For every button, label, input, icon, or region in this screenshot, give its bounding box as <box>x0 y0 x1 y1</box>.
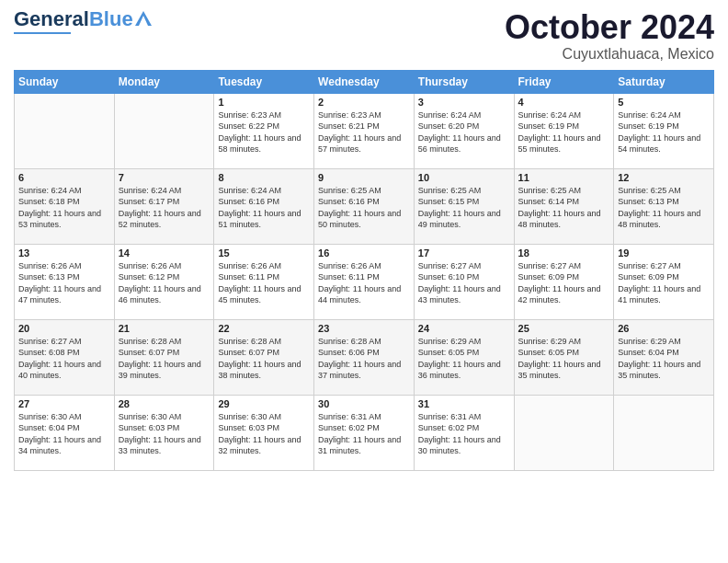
calendar-cell: 6 Sunrise: 6:24 AMSunset: 6:18 PMDayligh… <box>15 168 115 244</box>
location: Cuyuxtlahuaca, Mexico <box>505 46 714 63</box>
day-number: 18 <box>518 247 610 259</box>
calendar-cell <box>15 93 115 168</box>
calendar-cell <box>514 395 614 470</box>
calendar-cell: 22 Sunrise: 6:28 AMSunset: 6:07 PMDaylig… <box>214 319 314 395</box>
logo-text: GeneralBlue <box>14 9 133 29</box>
cell-info: Sunrise: 6:29 AMSunset: 6:05 PMDaylight:… <box>418 337 501 381</box>
day-number: 28 <box>119 398 210 409</box>
calendar-cell: 2 Sunrise: 6:23 AMSunset: 6:21 PMDayligh… <box>314 93 415 168</box>
calendar-cell: 29 Sunrise: 6:30 AMSunset: 6:03 PMDaylig… <box>214 395 314 470</box>
cell-info: Sunrise: 6:26 AMSunset: 6:11 PMDaylight:… <box>218 261 301 305</box>
cell-info: Sunrise: 6:25 AMSunset: 6:15 PMDaylight:… <box>418 186 501 230</box>
calendar-cell: 26 Sunrise: 6:29 AMSunset: 6:04 PMDaylig… <box>614 319 714 395</box>
cell-info: Sunrise: 6:24 AMSunset: 6:18 PMDaylight:… <box>18 186 101 230</box>
day-number: 20 <box>18 323 110 334</box>
cell-info: Sunrise: 6:31 AMSunset: 6:02 PMDaylight:… <box>418 412 501 456</box>
month-title: October 2024 <box>505 9 714 46</box>
day-number: 6 <box>18 172 110 183</box>
cell-info: Sunrise: 6:30 AMSunset: 6:03 PMDaylight:… <box>119 412 201 456</box>
calendar-cell: 24 Sunrise: 6:29 AMSunset: 6:05 PMDaylig… <box>414 319 514 395</box>
calendar-cell: 21 Sunrise: 6:28 AMSunset: 6:07 PMDaylig… <box>114 319 214 395</box>
col-friday: Friday <box>514 70 614 93</box>
calendar-cell: 17 Sunrise: 6:27 AMSunset: 6:10 PMDaylig… <box>414 244 514 319</box>
cell-info: Sunrise: 6:23 AMSunset: 6:21 PMDaylight:… <box>318 110 401 155</box>
cell-info: Sunrise: 6:28 AMSunset: 6:07 PMDaylight:… <box>218 337 301 381</box>
main-container: GeneralBlue October 2024 Cuyuxtlahuaca, … <box>0 0 728 480</box>
cell-info: Sunrise: 6:31 AMSunset: 6:02 PMDaylight:… <box>318 412 401 456</box>
cell-info: Sunrise: 6:28 AMSunset: 6:07 PMDaylight:… <box>119 337 201 381</box>
cell-info: Sunrise: 6:30 AMSunset: 6:04 PMDaylight:… <box>18 412 101 456</box>
day-number: 5 <box>618 97 710 108</box>
calendar-cell: 10 Sunrise: 6:25 AMSunset: 6:15 PMDaylig… <box>414 168 514 244</box>
day-number: 29 <box>218 398 310 409</box>
cell-info: Sunrise: 6:25 AMSunset: 6:16 PMDaylight:… <box>318 186 401 230</box>
calendar-cell: 18 Sunrise: 6:27 AMSunset: 6:09 PMDaylig… <box>514 244 614 319</box>
day-number: 9 <box>318 172 410 183</box>
cell-info: Sunrise: 6:26 AMSunset: 6:13 PMDaylight:… <box>18 261 101 305</box>
col-sunday: Sunday <box>15 70 115 93</box>
calendar-week-5: 27 Sunrise: 6:30 AMSunset: 6:04 PMDaylig… <box>15 395 714 470</box>
cell-info: Sunrise: 6:27 AMSunset: 6:08 PMDaylight:… <box>18 337 101 381</box>
header-row: Sunday Monday Tuesday Wednesday Thursday… <box>15 70 714 93</box>
cell-info: Sunrise: 6:24 AMSunset: 6:16 PMDaylight:… <box>218 186 301 230</box>
calendar-cell: 19 Sunrise: 6:27 AMSunset: 6:09 PMDaylig… <box>614 244 714 319</box>
cell-info: Sunrise: 6:27 AMSunset: 6:10 PMDaylight:… <box>418 261 501 305</box>
cell-info: Sunrise: 6:25 AMSunset: 6:14 PMDaylight:… <box>518 186 601 230</box>
calendar-cell: 5 Sunrise: 6:24 AMSunset: 6:19 PMDayligh… <box>614 93 714 168</box>
calendar-week-4: 20 Sunrise: 6:27 AMSunset: 6:08 PMDaylig… <box>15 319 714 395</box>
day-number: 22 <box>218 323 310 334</box>
day-number: 12 <box>618 172 710 183</box>
day-number: 31 <box>418 398 510 409</box>
day-number: 10 <box>418 172 510 183</box>
day-number: 24 <box>418 323 510 334</box>
day-number: 7 <box>119 172 210 183</box>
calendar-week-1: 1 Sunrise: 6:23 AMSunset: 6:22 PMDayligh… <box>15 93 714 168</box>
day-number: 23 <box>318 323 410 334</box>
day-number: 16 <box>318 247 410 259</box>
calendar-cell: 14 Sunrise: 6:26 AMSunset: 6:12 PMDaylig… <box>114 244 214 319</box>
day-number: 15 <box>218 247 310 259</box>
cell-info: Sunrise: 6:27 AMSunset: 6:09 PMDaylight:… <box>518 261 601 305</box>
cell-info: Sunrise: 6:26 AMSunset: 6:12 PMDaylight:… <box>119 261 201 305</box>
col-monday: Monday <box>114 70 214 93</box>
cell-info: Sunrise: 6:30 AMSunset: 6:03 PMDaylight:… <box>218 412 301 456</box>
cell-info: Sunrise: 6:26 AMSunset: 6:11 PMDaylight:… <box>318 261 401 305</box>
calendar-cell <box>114 93 214 168</box>
calendar-cell <box>614 395 714 470</box>
day-number: 26 <box>618 323 710 334</box>
cell-info: Sunrise: 6:25 AMSunset: 6:13 PMDaylight:… <box>618 186 700 230</box>
day-number: 4 <box>518 97 610 108</box>
calendar-cell: 8 Sunrise: 6:24 AMSunset: 6:16 PMDayligh… <box>214 168 314 244</box>
col-thursday: Thursday <box>414 70 514 93</box>
cell-info: Sunrise: 6:23 AMSunset: 6:22 PMDaylight:… <box>218 110 301 155</box>
calendar-cell: 16 Sunrise: 6:26 AMSunset: 6:11 PMDaylig… <box>314 244 415 319</box>
calendar-cell: 30 Sunrise: 6:31 AMSunset: 6:02 PMDaylig… <box>314 395 415 470</box>
calendar-week-3: 13 Sunrise: 6:26 AMSunset: 6:13 PMDaylig… <box>15 244 714 319</box>
col-wednesday: Wednesday <box>314 70 415 93</box>
calendar-cell: 25 Sunrise: 6:29 AMSunset: 6:05 PMDaylig… <box>514 319 614 395</box>
cell-info: Sunrise: 6:29 AMSunset: 6:05 PMDaylight:… <box>518 337 601 381</box>
cell-info: Sunrise: 6:29 AMSunset: 6:04 PMDaylight:… <box>618 337 700 381</box>
day-number: 2 <box>318 97 410 108</box>
day-number: 17 <box>418 247 510 259</box>
calendar-week-2: 6 Sunrise: 6:24 AMSunset: 6:18 PMDayligh… <box>15 168 714 244</box>
day-number: 8 <box>218 172 310 183</box>
calendar-cell: 7 Sunrise: 6:24 AMSunset: 6:17 PMDayligh… <box>114 168 214 244</box>
day-number: 14 <box>119 247 210 259</box>
calendar-cell: 11 Sunrise: 6:25 AMSunset: 6:14 PMDaylig… <box>514 168 614 244</box>
col-saturday: Saturday <box>614 70 714 93</box>
day-number: 1 <box>218 97 310 108</box>
calendar-cell: 15 Sunrise: 6:26 AMSunset: 6:11 PMDaylig… <box>214 244 314 319</box>
day-number: 11 <box>518 172 610 183</box>
cell-info: Sunrise: 6:24 AMSunset: 6:17 PMDaylight:… <box>119 186 201 230</box>
cell-info: Sunrise: 6:28 AMSunset: 6:06 PMDaylight:… <box>318 337 401 381</box>
cell-info: Sunrise: 6:27 AMSunset: 6:09 PMDaylight:… <box>618 261 700 305</box>
calendar-cell: 1 Sunrise: 6:23 AMSunset: 6:22 PMDayligh… <box>214 93 314 168</box>
title-block: October 2024 Cuyuxtlahuaca, Mexico <box>505 9 714 63</box>
calendar-cell: 9 Sunrise: 6:25 AMSunset: 6:16 PMDayligh… <box>314 168 415 244</box>
calendar-cell: 12 Sunrise: 6:25 AMSunset: 6:13 PMDaylig… <box>614 168 714 244</box>
day-number: 13 <box>18 247 110 259</box>
cell-info: Sunrise: 6:24 AMSunset: 6:19 PMDaylight:… <box>518 110 601 155</box>
calendar-table: Sunday Monday Tuesday Wednesday Thursday… <box>14 70 714 471</box>
calendar-cell: 20 Sunrise: 6:27 AMSunset: 6:08 PMDaylig… <box>15 319 115 395</box>
